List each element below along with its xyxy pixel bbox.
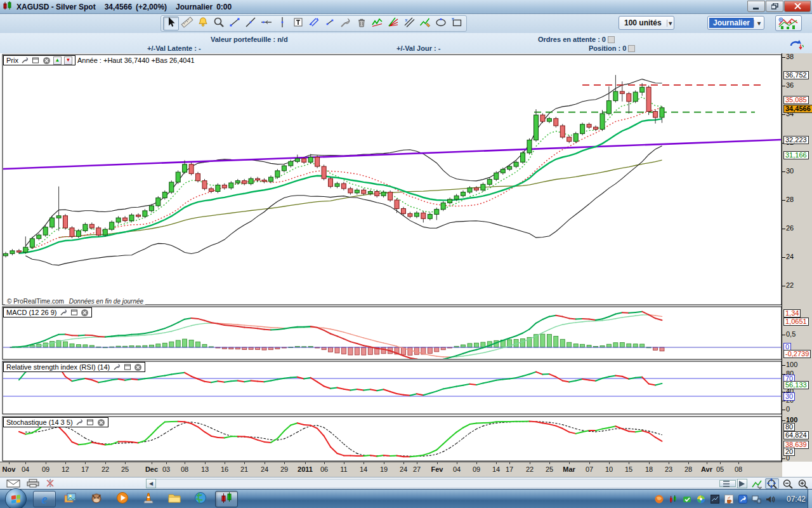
- window-icon[interactable]: [32, 57, 40, 65]
- tool-rectangle[interactable]: [449, 17, 464, 30]
- horizontal-scrollbar[interactable]: ◀ ▶: [146, 479, 747, 488]
- tool-short-segment[interactable]: [322, 17, 337, 30]
- chart-tools-button[interactable]: [750, 478, 764, 489]
- window-icon[interactable]: [70, 309, 78, 317]
- position-icon[interactable]: [628, 45, 635, 52]
- restore-button[interactable]: [766, 1, 783, 12]
- time-tick: [738, 462, 739, 464]
- wrench-icon[interactable]: [75, 418, 84, 427]
- taskbar-vlc[interactable]: [137, 491, 160, 507]
- window-title-countdown: 0:00: [216, 3, 232, 11]
- candlestick-tray-icon[interactable]: [668, 495, 678, 504]
- arrow-down-icon[interactable]: ▼: [64, 57, 72, 65]
- chart-style-button[interactable]: [775, 15, 802, 31]
- alarm-bell-icon: [197, 16, 209, 31]
- wrench-icon[interactable]: [59, 309, 67, 317]
- zoom-pan-button[interactable]: [765, 478, 779, 489]
- price-value-label: 36,752: [783, 71, 809, 79]
- axis-tick-label: 28: [786, 196, 794, 203]
- arrow-up-icon[interactable]: ▲: [53, 57, 62, 65]
- tool-chart-edit[interactable]: [417, 17, 433, 30]
- chart-app-tray-icon[interactable]: [710, 495, 719, 504]
- chart-area[interactable]: [0, 53, 812, 477]
- x-axis-label: Mar: [563, 465, 575, 473]
- scrollbar-track[interactable]: [156, 479, 737, 488]
- panel-header-macd: MACD (12 26 9): [3, 307, 92, 318]
- x-axis-label: 28: [684, 465, 692, 473]
- chart-edit-icon: [419, 16, 431, 31]
- tool-ellipse[interactable]: [433, 17, 449, 30]
- scroll-left-button[interactable]: ◀: [146, 479, 156, 488]
- window-icon[interactable]: [123, 363, 131, 371]
- prix-panel-title: Prix: [6, 57, 18, 64]
- list-button[interactable]: [719, 478, 733, 489]
- tool-zigzag[interactable]: [369, 17, 385, 30]
- time-tick: [85, 462, 86, 464]
- network-tray-icon[interactable]: [752, 495, 761, 504]
- tool-trend-line[interactable]: [242, 17, 258, 30]
- tool-channel[interactable]: [401, 17, 417, 30]
- x-axis-label: 15: [625, 465, 632, 473]
- time-tick: [720, 462, 721, 464]
- tool-fan-lines[interactable]: [385, 17, 401, 30]
- zoom-in-button[interactable]: [796, 478, 809, 489]
- tool-trash[interactable]: [353, 17, 369, 30]
- play-button[interactable]: [735, 478, 749, 489]
- tool-cursor[interactable]: [163, 17, 179, 30]
- units-dropdown[interactable]: 100 unités ▾: [619, 16, 674, 30]
- bluetooth-off-icon[interactable]: [46, 479, 55, 488]
- tool-ruler[interactable]: [179, 17, 195, 30]
- time-tick: [25, 462, 26, 464]
- java-tray-icon[interactable]: [724, 495, 733, 504]
- x-axis-label: 16: [221, 465, 228, 473]
- admin-tool-tray-icon[interactable]: [738, 495, 747, 504]
- tool-drawing-tools[interactable]: [337, 17, 353, 30]
- volume-tray-icon[interactable]: [766, 495, 775, 504]
- taskbar-media-player[interactable]: [111, 491, 134, 507]
- wrench-icon[interactable]: [21, 57, 29, 65]
- refresh-icon[interactable]: [789, 38, 804, 53]
- tool-parallel-lines[interactable]: [306, 17, 322, 30]
- folder-icon: [167, 492, 181, 506]
- tool-text-note[interactable]: [290, 17, 306, 30]
- ellipse-icon: [435, 16, 447, 31]
- price-value-label: 35,085: [783, 96, 809, 104]
- tool-segment[interactable]: [226, 17, 242, 30]
- image-viewer-icon: [63, 491, 77, 507]
- wrench-icon[interactable]: [112, 363, 121, 371]
- printer-icon[interactable]: [27, 479, 39, 488]
- taskbar-image-viewer[interactable]: [59, 491, 82, 507]
- tool-vertical-line[interactable]: [274, 17, 290, 30]
- close-icon[interactable]: [43, 57, 51, 65]
- start-button[interactable]: [5, 488, 27, 508]
- price-value-label: 31,166: [783, 151, 809, 159]
- timeframe-dropdown[interactable]: Journalier ▾: [707, 16, 764, 30]
- close-icon[interactable]: [97, 418, 105, 427]
- mail-icon[interactable]: [6, 479, 20, 488]
- close-button[interactable]: [784, 1, 811, 12]
- taskbar-globe[interactable]: [189, 491, 212, 507]
- prorealtime-icon: [219, 491, 233, 507]
- close-icon[interactable]: [134, 363, 142, 371]
- green-flag-tray-icon[interactable]: [682, 495, 691, 504]
- taskbar-internet-explorer[interactable]: e: [33, 491, 56, 507]
- x-axis-label: 13: [201, 465, 209, 473]
- orders-icon[interactable]: [608, 36, 615, 43]
- pinwheel-tray-icon[interactable]: [696, 495, 705, 504]
- taskbar-prorealtime[interactable]: [215, 491, 238, 507]
- close-icon[interactable]: [81, 309, 89, 317]
- minimize-button[interactable]: [747, 1, 765, 12]
- taskbar-clock[interactable]: 07:42: [787, 490, 806, 508]
- taskbar-emule[interactable]: [85, 491, 108, 507]
- orange-app-tray-icon[interactable]: [654, 495, 664, 504]
- axis-tick-label: 26: [786, 225, 794, 232]
- tool-horizontal-line[interactable]: [258, 17, 274, 30]
- zoom-out-button[interactable]: [780, 478, 794, 489]
- taskbar-folder[interactable]: [163, 491, 186, 507]
- axis-tick: [782, 200, 785, 201]
- window-icon[interactable]: [86, 418, 95, 427]
- tool-zoom-magnifier[interactable]: [211, 17, 226, 30]
- tool-alarm-bell[interactable]: [195, 17, 211, 30]
- show-desktop-button[interactable]: [808, 490, 812, 508]
- axis-tick: [782, 257, 785, 258]
